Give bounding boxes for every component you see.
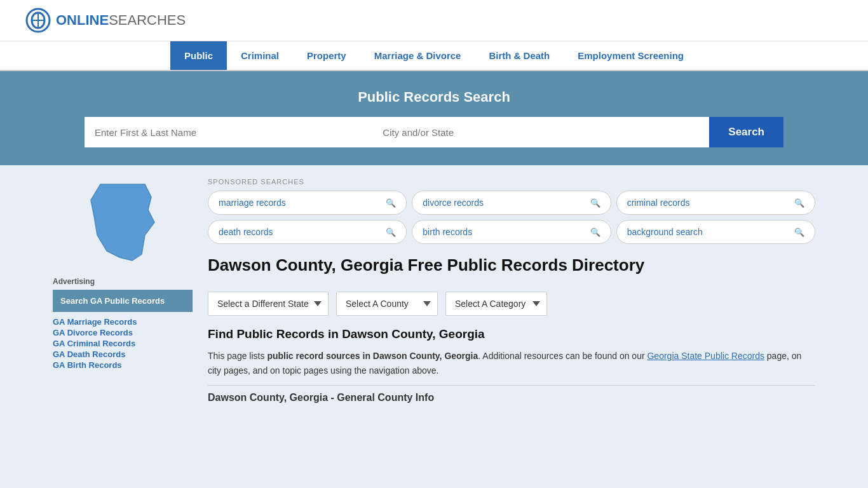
sidebar-link-birth[interactable]: GA Birth Records [53,360,193,370]
nav-employment[interactable]: Employment Screening [564,41,698,70]
sponsored-background[interactable]: background search 🔍 [616,220,815,244]
sidebar-ad-box[interactable]: Search GA Public Records [53,290,193,312]
sponsored-grid: marriage records 🔍 divorce records 🔍 cri… [208,191,815,244]
sponsored-background-label: background search [627,227,703,237]
sponsored-divorce-label: divorce records [423,198,484,208]
nav-property[interactable]: Property [293,41,360,70]
sidebar: Advertising Search GA Public Records GA … [53,178,193,403]
category-dropdown[interactable]: Select A Category [445,292,547,316]
logo-searches: SEARCHES [109,12,186,28]
sidebar-link-criminal[interactable]: GA Criminal Records [53,339,193,348]
search-icon: 🔍 [386,227,396,237]
sponsored-birth-label: birth records [423,227,472,237]
directory-section: Dawson County, Georgia Free Public Recor… [208,255,815,281]
search-banner-title: Public Records Search [25,89,843,105]
state-map-image [81,178,164,267]
search-icon: 🔍 [386,198,396,208]
logo-icon [25,8,51,33]
directory-title: Dawson County, Georgia Free Public Recor… [208,255,644,275]
state-records-link[interactable]: Georgia State Public Records [647,351,764,361]
sponsored-section: SPONSORED SEARCHES marriage records 🔍 di… [208,178,815,244]
sponsored-label: SPONSORED SEARCHES [208,178,815,186]
city-input[interactable] [372,117,709,147]
sponsored-death-label: death records [219,227,273,237]
sidebar-link-death[interactable]: GA Death Records [53,349,193,359]
nav-birth-death[interactable]: Birth & Death [475,41,564,70]
sponsored-marriage-label: marriage records [219,198,286,208]
find-records-section: Find Public Records in Dawson County, Ge… [208,327,815,403]
svg-marker-3 [91,184,154,261]
sponsored-criminal-label: criminal records [627,198,690,208]
search-form: Search [85,117,783,147]
sponsored-criminal[interactable]: criminal records 🔍 [616,191,815,215]
search-icon: 🔍 [794,227,804,237]
find-records-heading: Find Public Records in Dawson County, Ge… [208,327,815,341]
search-icon: 🔍 [590,227,600,237]
site-header: ONLINESEARCHES [0,0,868,41]
logo[interactable]: ONLINESEARCHES [25,8,186,33]
content-wrapper: SPONSORED SEARCHES marriage records 🔍 di… [208,178,815,403]
find-records-paragraph: This page lists public record sources in… [208,349,815,377]
nav-marriage-divorce[interactable]: Marriage & Divorce [360,41,475,70]
dropdowns-row: Select a Different State Select A County… [208,292,815,316]
general-info-heading: Dawson County, Georgia - General County … [208,385,815,403]
sponsored-marriage[interactable]: marriage records 🔍 [208,191,407,215]
sidebar-ad-label: Advertising [53,277,193,286]
sponsored-death[interactable]: death records 🔍 [208,220,407,244]
sidebar-link-divorce[interactable]: GA Divorce Records [53,328,193,337]
sponsored-birth[interactable]: birth records 🔍 [412,220,611,244]
state-dropdown[interactable]: Select a Different State [208,292,329,316]
search-icon: 🔍 [794,198,804,208]
search-icon: 🔍 [590,198,600,208]
logo-text: ONLINESEARCHES [56,12,186,29]
search-button[interactable]: Search [709,117,783,147]
search-banner: Public Records Search Search [0,71,868,165]
sponsored-divorce[interactable]: divorce records 🔍 [412,191,611,215]
name-input[interactable] [85,117,372,147]
sidebar-link-marriage[interactable]: GA Marriage Records [53,317,193,327]
logo-online: ONLINE [56,12,109,28]
main-layout: Advertising Search GA Public Records GA … [40,165,828,403]
nav-criminal[interactable]: Criminal [227,41,293,70]
nav-public[interactable]: Public [170,41,227,70]
county-dropdown[interactable]: Select A County [336,292,438,316]
directory-text: Dawson County, Georgia Free Public Recor… [208,255,644,281]
main-nav: Public Criminal Property Marriage & Divo… [0,41,868,71]
